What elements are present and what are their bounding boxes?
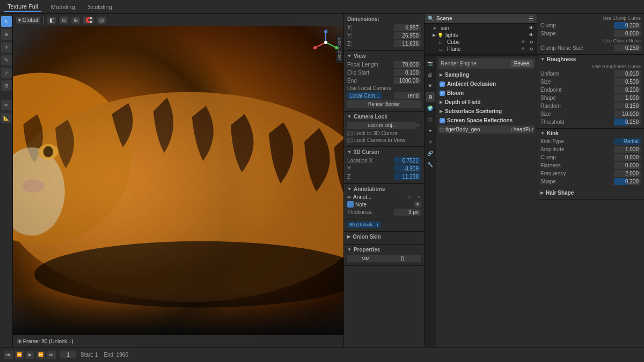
move-tool-icon[interactable]: ✛ bbox=[1, 42, 12, 53]
measure-tool-icon[interactable]: 📐 bbox=[1, 113, 12, 123]
play-btn[interactable]: ▶ bbox=[26, 351, 34, 359]
frame-val[interactable]: 80 (Unlock...) bbox=[347, 221, 380, 228]
threshold-val[interactable]: 0.250 bbox=[614, 119, 641, 125]
focal-length-val[interactable]: 70.000 bbox=[394, 61, 421, 68]
annotations-header[interactable]: ▼ Annotations bbox=[347, 186, 421, 192]
shape-val[interactable]: 0.000 bbox=[614, 30, 641, 37]
viewport-overlay-btn[interactable]: ⊙ bbox=[60, 17, 68, 24]
lock-to-obj-btn[interactable]: Lock to Obj... bbox=[347, 122, 416, 129]
render-world-icon[interactable]: 🌍 bbox=[426, 104, 435, 113]
thickness-val[interactable]: 3 px bbox=[394, 209, 421, 216]
jump-start-btn[interactable]: ⏮ bbox=[4, 351, 13, 359]
kink-header[interactable]: ▼ Kink bbox=[540, 130, 641, 136]
local-cam-val[interactable]: Local Cam... bbox=[347, 92, 382, 99]
tab-modeling[interactable]: Modeling bbox=[48, 3, 78, 11]
snap-btn[interactable]: 🧲 bbox=[83, 17, 94, 24]
sss-header[interactable]: ▶ Subsurface Scattering bbox=[438, 107, 535, 115]
render-constraints-icon[interactable]: 🔗 bbox=[426, 149, 435, 158]
clump-noise-size-val[interactable]: 0.250 bbox=[614, 45, 641, 51]
bloom-checkbox[interactable]: ✓ bbox=[440, 91, 445, 96]
rotate-tool-icon[interactable]: ↻ bbox=[1, 55, 12, 65]
render-particles-icon[interactable]: ✦ bbox=[426, 126, 435, 136]
next-frame-btn[interactable]: ⏩ bbox=[36, 351, 45, 359]
tab-sculpting[interactable]: Sculpting bbox=[85, 3, 115, 11]
tree-item-sun[interactable]: ☀ sun 👁 bbox=[425, 25, 537, 32]
note-color-swatch[interactable] bbox=[347, 201, 354, 208]
shape-r-val[interactable]: 1.000 bbox=[614, 94, 641, 101]
lock-cam-view-checkbox[interactable] bbox=[347, 138, 353, 143]
jump-end-btn[interactable]: ⏭ bbox=[47, 351, 56, 359]
viewport-gizmo-btn[interactable]: ⊕ bbox=[71, 17, 80, 24]
view-header[interactable]: ▼ View bbox=[347, 53, 421, 59]
current-frame-input[interactable]: 1 bbox=[60, 351, 76, 358]
tree-item-plane[interactable]: ▭ Plane 👁 ⊙ bbox=[425, 46, 537, 53]
ao-header[interactable]: ✓ Ambient Occlusion bbox=[438, 80, 535, 88]
endpoint-val[interactable]: 0.200 bbox=[614, 86, 641, 93]
render-modifier-icon[interactable]: 🔧 bbox=[426, 160, 435, 169]
dim-x-row: X: 4.987 bbox=[347, 24, 421, 31]
hair-shape-header[interactable]: ▶ Hair Shape bbox=[540, 190, 641, 196]
render-icons-sidebar: 📷 🖨 👁 ⚙ 🌍 ⬡ ✦ ⚛ 🔗 🔧 bbox=[425, 56, 436, 347]
render-view-icon[interactable]: 👁 bbox=[426, 81, 435, 91]
ssr-header[interactable]: ✓ Screen Space Reflections bbox=[438, 116, 535, 124]
onion-skin-header[interactable]: ▶ Onion Skin bbox=[347, 234, 421, 240]
curly-btn[interactable]: {} bbox=[384, 255, 421, 262]
select-tool-icon[interactable]: ↖ bbox=[1, 16, 12, 27]
render-properties-icon[interactable]: ⚙ bbox=[426, 92, 435, 102]
transform-tool-icon[interactable]: ⊞ bbox=[1, 80, 12, 91]
dim-z-val[interactable]: 11.636 bbox=[394, 40, 421, 47]
annotate-tool-icon[interactable]: ✏ bbox=[1, 100, 12, 110]
render-camera-icon[interactable]: 📷 bbox=[426, 58, 435, 68]
cursor-tool-icon[interactable]: ⊕ bbox=[1, 29, 12, 40]
clip-start-val[interactable]: 0.100 bbox=[394, 69, 421, 76]
tab-texture-full[interactable]: Texture Full bbox=[4, 2, 41, 12]
frequency-val[interactable]: 2.000 bbox=[614, 170, 641, 177]
render-border-btn[interactable]: Render Border bbox=[347, 100, 421, 108]
flatness-val[interactable]: 0.000 bbox=[614, 162, 641, 169]
bloom-header[interactable]: ✓ Bloom bbox=[438, 89, 535, 97]
dof-header[interactable]: ▶ Depth of Field bbox=[438, 98, 535, 106]
viewport-mode-btn[interactable]: ▾ Global bbox=[16, 17, 40, 24]
dim-x-val[interactable]: 4.987 bbox=[394, 24, 421, 31]
render-object-icon[interactable]: ⬡ bbox=[426, 115, 435, 124]
render-engine-dropdown[interactable]: Eevee bbox=[511, 60, 532, 67]
prev-frame-btn[interactable]: ⏪ bbox=[15, 351, 24, 359]
clump-val[interactable]: 0.300 bbox=[614, 22, 641, 29]
amplitude-val[interactable]: 1.000 bbox=[614, 146, 641, 153]
kink-clump-val[interactable]: 0.000 bbox=[614, 154, 641, 161]
proportional-btn[interactable]: ◎ bbox=[97, 17, 106, 24]
shape-r-row: Shape 1.000 bbox=[540, 94, 641, 101]
tree-item-cube[interactable]: □ Cube 👁 ⊙ bbox=[425, 39, 537, 46]
local-cam-val2[interactable]: rend bbox=[394, 92, 421, 99]
render-physics-icon[interactable]: ⚛ bbox=[426, 137, 435, 147]
ao-checkbox[interactable]: ✓ bbox=[440, 82, 445, 87]
lock-3d-cursor-checkbox[interactable] bbox=[347, 131, 353, 136]
camera-lock-header[interactable]: ▼ Camera Lock bbox=[347, 114, 421, 120]
kink-shape-val[interactable]: 0.200 bbox=[614, 178, 641, 185]
mm-btn[interactable]: MM bbox=[347, 255, 384, 262]
render-output-icon[interactable]: 🖨 bbox=[426, 70, 435, 79]
roughness-size-val[interactable]: 0.500 bbox=[614, 78, 641, 85]
viewport-shading-btn[interactable]: ◧ bbox=[47, 17, 56, 24]
scale-tool-icon[interactable]: ⤢ bbox=[1, 68, 12, 78]
dim-y-val[interactable]: 26.950 bbox=[394, 32, 421, 39]
random-val[interactable]: 0.150 bbox=[614, 102, 641, 109]
viewport[interactable]: ▾ Global ◧ ⊙ ⊕ 🧲 ◎ Z Y X bbox=[13, 14, 343, 347]
clip-end-val[interactable]: 1000.00 bbox=[394, 77, 421, 84]
tiger-body-label[interactable]: tigerBody_geo bbox=[445, 127, 480, 132]
random-size-val[interactable]: 10.000 bbox=[614, 110, 641, 117]
head-fur-label[interactable]: headFur bbox=[514, 127, 533, 132]
cursor-3d-header[interactable]: ▼ 3D Cursor bbox=[347, 149, 421, 155]
kink-section: ▼ Kink Kink Type Radial Amplitude 1.000 … bbox=[537, 129, 644, 188]
roughness-header[interactable]: ▼ Roughness bbox=[540, 56, 641, 62]
kink-type-val[interactable]: Radial bbox=[614, 138, 641, 145]
props-header[interactable]: ▼ Properties bbox=[347, 247, 421, 253]
sampling-header[interactable]: ▶ Sampling bbox=[438, 71, 535, 79]
tree-item-lights[interactable]: ▶ 💡 lights 👁 bbox=[425, 32, 537, 39]
uniform-val[interactable]: 0.010 bbox=[614, 70, 641, 77]
loc-x-val[interactable]: 0.7522 bbox=[394, 157, 421, 164]
note-visibility-icon[interactable]: 👁 bbox=[414, 201, 421, 208]
loc-z-val[interactable]: 11.238 bbox=[394, 173, 421, 180]
ssr-checkbox[interactable]: ✓ bbox=[440, 118, 445, 123]
loc-y-val[interactable]: -8.909 bbox=[394, 165, 421, 172]
